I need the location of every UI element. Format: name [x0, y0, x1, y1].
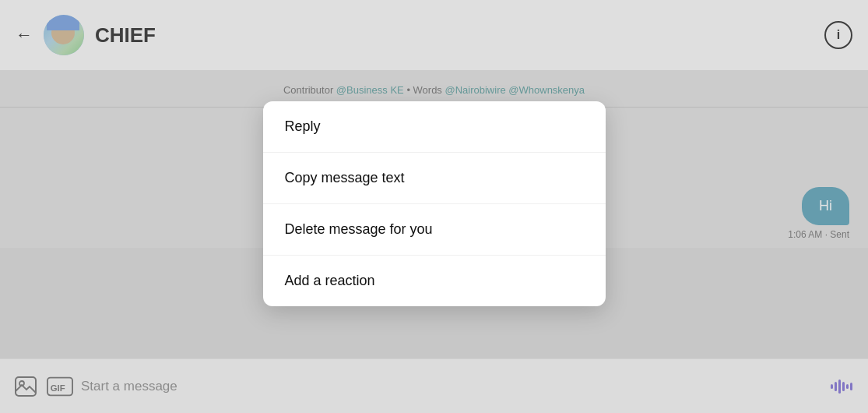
context-menu: ReplyCopy message textDelete message for…	[263, 101, 606, 306]
context-menu-item[interactable]: Delete message for you	[263, 204, 606, 256]
context-menu-item[interactable]: Add a reaction	[263, 256, 606, 306]
context-menu-item[interactable]: Copy message text	[263, 153, 606, 204]
context-menu-item[interactable]: Reply	[263, 101, 606, 153]
